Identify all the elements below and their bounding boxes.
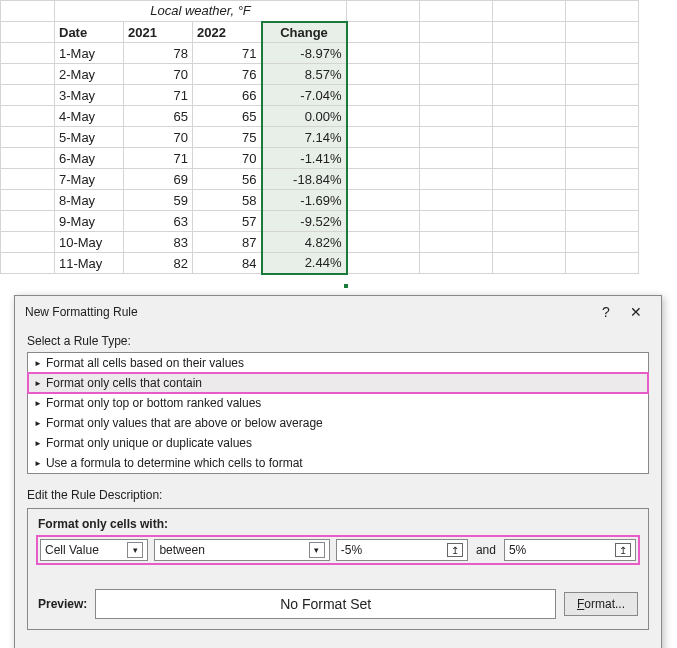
cell-change[interactable]: 0.00% — [262, 106, 347, 127]
cell-change[interactable]: 2.44% — [262, 253, 347, 274]
cell-date[interactable]: 11-May — [55, 253, 124, 274]
sheet-title: Local weather, °F — [55, 1, 347, 22]
rule-type-list[interactable]: Format all cells based on their valuesFo… — [27, 352, 649, 474]
edit-desc-label: Edit the Rule Description: — [27, 488, 649, 502]
cells-with-label: Format only cells with: — [38, 517, 638, 531]
cell-change[interactable]: 8.57% — [262, 64, 347, 85]
cell-date[interactable]: 8-May — [55, 190, 124, 211]
table-row[interactable]: 4-May65650.00% — [1, 106, 639, 127]
rule-type-item[interactable]: Format only top or bottom ranked values — [28, 393, 648, 413]
cell-2022[interactable]: 71 — [193, 43, 262, 64]
col-change[interactable]: Change — [262, 22, 347, 43]
rule-type-item[interactable]: Format all cells based on their values — [28, 353, 648, 373]
cell-date[interactable]: 7-May — [55, 169, 124, 190]
cell-2021[interactable]: 71 — [124, 148, 193, 169]
dialog-title: New Formatting Rule — [25, 305, 591, 319]
cell-change[interactable]: 7.14% — [262, 127, 347, 148]
cell-change[interactable]: -7.04% — [262, 85, 347, 106]
cell-2022[interactable]: 57 — [193, 211, 262, 232]
range-picker-icon[interactable]: ↥ — [447, 543, 463, 557]
cell-change[interactable]: -18.84% — [262, 169, 347, 190]
table-row[interactable]: 2-May70768.57% — [1, 64, 639, 85]
table-row[interactable]: 11-May82842.44% — [1, 253, 639, 274]
col-2022[interactable]: 2022 — [193, 22, 262, 43]
cell-2022[interactable]: 84 — [193, 253, 262, 274]
chevron-down-icon: ▾ — [127, 542, 143, 558]
col-date[interactable]: Date — [55, 22, 124, 43]
value1-input[interactable]: -5% ↥ — [336, 539, 468, 561]
rule-type-item[interactable]: Format only cells that contain — [28, 373, 648, 393]
cell-change[interactable]: -9.52% — [262, 211, 347, 232]
rule-description-box: Format only cells with: Cell Value ▾ bet… — [27, 508, 649, 630]
cell-date[interactable]: 6-May — [55, 148, 124, 169]
cell-2021[interactable]: 63 — [124, 211, 193, 232]
rule-type-item[interactable]: Use a formula to determine which cells t… — [28, 453, 648, 473]
new-formatting-rule-dialog: New Formatting Rule ? ✕ Select a Rule Ty… — [14, 295, 662, 648]
combo-text: Cell Value — [45, 543, 99, 557]
operator-combo[interactable]: between ▾ — [154, 539, 329, 561]
title-row: Local weather, °F — [1, 1, 639, 22]
table-row[interactable]: 1-May7871-8.97% — [1, 43, 639, 64]
cell-change[interactable]: -1.41% — [262, 148, 347, 169]
cell-2021[interactable]: 71 — [124, 85, 193, 106]
value1-text: -5% — [341, 543, 362, 557]
cell-2022[interactable]: 70 — [193, 148, 262, 169]
cell-2022[interactable]: 76 — [193, 64, 262, 85]
combo-text: between — [159, 543, 204, 557]
cell-2021[interactable]: 82 — [124, 253, 193, 274]
col-2021[interactable]: 2021 — [124, 22, 193, 43]
cell-date[interactable]: 2-May — [55, 64, 124, 85]
cell-2021[interactable]: 70 — [124, 64, 193, 85]
cell-date[interactable]: 3-May — [55, 85, 124, 106]
cell-date[interactable]: 1-May — [55, 43, 124, 64]
cell-2021[interactable]: 59 — [124, 190, 193, 211]
select-rule-label: Select a Rule Type: — [27, 334, 649, 348]
cell-2022[interactable]: 66 — [193, 85, 262, 106]
spreadsheet[interactable]: Local weather, °F Date 2021 2022 Change … — [0, 0, 639, 275]
dialog-titlebar[interactable]: New Formatting Rule ? ✕ — [15, 296, 661, 326]
cell-2022[interactable]: 58 — [193, 190, 262, 211]
cell-date[interactable]: 10-May — [55, 232, 124, 253]
cell-2022[interactable]: 56 — [193, 169, 262, 190]
cell-change[interactable]: -1.69% — [262, 190, 347, 211]
table-row[interactable]: 10-May83874.82% — [1, 232, 639, 253]
table-row[interactable]: 7-May6956-18.84% — [1, 169, 639, 190]
fill-handle[interactable] — [343, 283, 349, 289]
preview-label: Preview: — [38, 597, 87, 611]
cell-2021[interactable]: 65 — [124, 106, 193, 127]
rule-type-item[interactable]: Format only values that are above or bel… — [28, 413, 648, 433]
cell-2021[interactable]: 70 — [124, 127, 193, 148]
cell-date[interactable]: 4-May — [55, 106, 124, 127]
close-icon[interactable]: ✕ — [621, 304, 651, 320]
header-row: Date 2021 2022 Change — [1, 22, 639, 43]
format-button[interactable]: Format... — [564, 592, 638, 616]
cell-2021[interactable]: 69 — [124, 169, 193, 190]
cell-2021[interactable]: 83 — [124, 232, 193, 253]
table-row[interactable]: 3-May7166-7.04% — [1, 85, 639, 106]
condition-row: Cell Value ▾ between ▾ -5% ↥ and 5% ↥ — [38, 537, 638, 563]
and-label: and — [474, 543, 498, 557]
value2-text: 5% — [509, 543, 526, 557]
cell-2021[interactable]: 78 — [124, 43, 193, 64]
cell-change[interactable]: 4.82% — [262, 232, 347, 253]
cell-2022[interactable]: 65 — [193, 106, 262, 127]
cell-value-combo[interactable]: Cell Value ▾ — [40, 539, 148, 561]
preview-box: No Format Set — [95, 589, 556, 619]
table-row[interactable]: 6-May7170-1.41% — [1, 148, 639, 169]
value2-input[interactable]: 5% ↥ — [504, 539, 636, 561]
cell-date[interactable]: 9-May — [55, 211, 124, 232]
table-row[interactable]: 9-May6357-9.52% — [1, 211, 639, 232]
cell-2022[interactable]: 75 — [193, 127, 262, 148]
table-row[interactable]: 5-May70757.14% — [1, 127, 639, 148]
rule-type-item[interactable]: Format only unique or duplicate values — [28, 433, 648, 453]
cell-date[interactable]: 5-May — [55, 127, 124, 148]
range-picker-icon[interactable]: ↥ — [615, 543, 631, 557]
cell-2022[interactable]: 87 — [193, 232, 262, 253]
help-icon[interactable]: ? — [591, 304, 621, 320]
table-row[interactable]: 8-May5958-1.69% — [1, 190, 639, 211]
chevron-down-icon: ▾ — [309, 542, 325, 558]
cell-change[interactable]: -8.97% — [262, 43, 347, 64]
